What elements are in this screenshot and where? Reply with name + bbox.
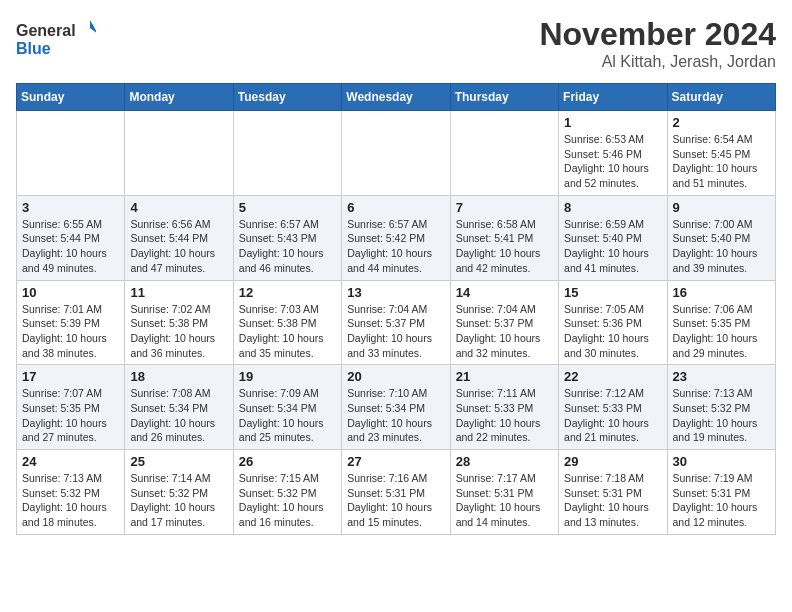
calendar-cell: 11Sunrise: 7:02 AM Sunset: 5:38 PM Dayli… xyxy=(125,280,233,365)
day-info: Sunrise: 7:17 AM Sunset: 5:31 PM Dayligh… xyxy=(456,471,553,530)
calendar-cell: 15Sunrise: 7:05 AM Sunset: 5:36 PM Dayli… xyxy=(559,280,667,365)
svg-marker-2 xyxy=(90,20,96,34)
calendar-cell: 9Sunrise: 7:00 AM Sunset: 5:40 PM Daylig… xyxy=(667,195,775,280)
day-info: Sunrise: 7:04 AM Sunset: 5:37 PM Dayligh… xyxy=(456,302,553,361)
day-info: Sunrise: 7:14 AM Sunset: 5:32 PM Dayligh… xyxy=(130,471,227,530)
day-number: 5 xyxy=(239,200,336,215)
header-tuesday: Tuesday xyxy=(233,84,341,111)
calendar-cell: 20Sunrise: 7:10 AM Sunset: 5:34 PM Dayli… xyxy=(342,365,450,450)
day-info: Sunrise: 7:10 AM Sunset: 5:34 PM Dayligh… xyxy=(347,386,444,445)
logo-svg: General Blue xyxy=(16,16,96,60)
calendar-cell: 6Sunrise: 6:57 AM Sunset: 5:42 PM Daylig… xyxy=(342,195,450,280)
day-number: 23 xyxy=(673,369,770,384)
page-header: General Blue November 2024 Al Kittah, Je… xyxy=(16,16,776,71)
day-number: 10 xyxy=(22,285,119,300)
day-info: Sunrise: 7:00 AM Sunset: 5:40 PM Dayligh… xyxy=(673,217,770,276)
day-number: 4 xyxy=(130,200,227,215)
calendar-header-row: SundayMondayTuesdayWednesdayThursdayFrid… xyxy=(17,84,776,111)
day-number: 14 xyxy=(456,285,553,300)
calendar-cell xyxy=(233,111,341,196)
calendar-cell: 13Sunrise: 7:04 AM Sunset: 5:37 PM Dayli… xyxy=(342,280,450,365)
month-title: November 2024 xyxy=(539,16,776,53)
day-info: Sunrise: 7:11 AM Sunset: 5:33 PM Dayligh… xyxy=(456,386,553,445)
day-info: Sunrise: 7:18 AM Sunset: 5:31 PM Dayligh… xyxy=(564,471,661,530)
day-number: 11 xyxy=(130,285,227,300)
calendar-cell: 14Sunrise: 7:04 AM Sunset: 5:37 PM Dayli… xyxy=(450,280,558,365)
day-info: Sunrise: 7:08 AM Sunset: 5:34 PM Dayligh… xyxy=(130,386,227,445)
header-monday: Monday xyxy=(125,84,233,111)
day-number: 1 xyxy=(564,115,661,130)
day-info: Sunrise: 6:55 AM Sunset: 5:44 PM Dayligh… xyxy=(22,217,119,276)
calendar-cell: 27Sunrise: 7:16 AM Sunset: 5:31 PM Dayli… xyxy=(342,450,450,535)
day-number: 25 xyxy=(130,454,227,469)
calendar-cell: 22Sunrise: 7:12 AM Sunset: 5:33 PM Dayli… xyxy=(559,365,667,450)
calendar-cell: 25Sunrise: 7:14 AM Sunset: 5:32 PM Dayli… xyxy=(125,450,233,535)
week-row-5: 24Sunrise: 7:13 AM Sunset: 5:32 PM Dayli… xyxy=(17,450,776,535)
calendar-cell: 17Sunrise: 7:07 AM Sunset: 5:35 PM Dayli… xyxy=(17,365,125,450)
day-number: 2 xyxy=(673,115,770,130)
week-row-1: 1Sunrise: 6:53 AM Sunset: 5:46 PM Daylig… xyxy=(17,111,776,196)
day-number: 20 xyxy=(347,369,444,384)
day-number: 30 xyxy=(673,454,770,469)
logo: General Blue xyxy=(16,16,96,60)
day-info: Sunrise: 7:04 AM Sunset: 5:37 PM Dayligh… xyxy=(347,302,444,361)
svg-text:General: General xyxy=(16,22,76,39)
header-sunday: Sunday xyxy=(17,84,125,111)
day-info: Sunrise: 6:58 AM Sunset: 5:41 PM Dayligh… xyxy=(456,217,553,276)
title-block: November 2024 Al Kittah, Jerash, Jordan xyxy=(539,16,776,71)
day-info: Sunrise: 7:19 AM Sunset: 5:31 PM Dayligh… xyxy=(673,471,770,530)
calendar-cell: 5Sunrise: 6:57 AM Sunset: 5:43 PM Daylig… xyxy=(233,195,341,280)
location: Al Kittah, Jerash, Jordan xyxy=(539,53,776,71)
day-number: 12 xyxy=(239,285,336,300)
week-row-2: 3Sunrise: 6:55 AM Sunset: 5:44 PM Daylig… xyxy=(17,195,776,280)
calendar-cell: 30Sunrise: 7:19 AM Sunset: 5:31 PM Dayli… xyxy=(667,450,775,535)
calendar-table: SundayMondayTuesdayWednesdayThursdayFrid… xyxy=(16,83,776,535)
day-info: Sunrise: 7:07 AM Sunset: 5:35 PM Dayligh… xyxy=(22,386,119,445)
day-number: 19 xyxy=(239,369,336,384)
day-number: 9 xyxy=(673,200,770,215)
calendar-cell: 23Sunrise: 7:13 AM Sunset: 5:32 PM Dayli… xyxy=(667,365,775,450)
day-number: 3 xyxy=(22,200,119,215)
calendar-cell: 7Sunrise: 6:58 AM Sunset: 5:41 PM Daylig… xyxy=(450,195,558,280)
week-row-4: 17Sunrise: 7:07 AM Sunset: 5:35 PM Dayli… xyxy=(17,365,776,450)
day-number: 24 xyxy=(22,454,119,469)
day-number: 8 xyxy=(564,200,661,215)
day-info: Sunrise: 7:12 AM Sunset: 5:33 PM Dayligh… xyxy=(564,386,661,445)
header-friday: Friday xyxy=(559,84,667,111)
day-number: 29 xyxy=(564,454,661,469)
header-wednesday: Wednesday xyxy=(342,84,450,111)
day-number: 15 xyxy=(564,285,661,300)
calendar-cell: 1Sunrise: 6:53 AM Sunset: 5:46 PM Daylig… xyxy=(559,111,667,196)
calendar-cell: 16Sunrise: 7:06 AM Sunset: 5:35 PM Dayli… xyxy=(667,280,775,365)
day-info: Sunrise: 7:02 AM Sunset: 5:38 PM Dayligh… xyxy=(130,302,227,361)
calendar-cell: 2Sunrise: 6:54 AM Sunset: 5:45 PM Daylig… xyxy=(667,111,775,196)
day-info: Sunrise: 6:57 AM Sunset: 5:43 PM Dayligh… xyxy=(239,217,336,276)
day-number: 18 xyxy=(130,369,227,384)
day-info: Sunrise: 7:15 AM Sunset: 5:32 PM Dayligh… xyxy=(239,471,336,530)
day-number: 21 xyxy=(456,369,553,384)
day-info: Sunrise: 6:54 AM Sunset: 5:45 PM Dayligh… xyxy=(673,132,770,191)
calendar-cell: 24Sunrise: 7:13 AM Sunset: 5:32 PM Dayli… xyxy=(17,450,125,535)
header-thursday: Thursday xyxy=(450,84,558,111)
day-number: 22 xyxy=(564,369,661,384)
calendar-cell: 26Sunrise: 7:15 AM Sunset: 5:32 PM Dayli… xyxy=(233,450,341,535)
day-info: Sunrise: 7:13 AM Sunset: 5:32 PM Dayligh… xyxy=(22,471,119,530)
header-saturday: Saturday xyxy=(667,84,775,111)
calendar-cell: 10Sunrise: 7:01 AM Sunset: 5:39 PM Dayli… xyxy=(17,280,125,365)
calendar-cell: 3Sunrise: 6:55 AM Sunset: 5:44 PM Daylig… xyxy=(17,195,125,280)
day-info: Sunrise: 6:57 AM Sunset: 5:42 PM Dayligh… xyxy=(347,217,444,276)
day-info: Sunrise: 6:53 AM Sunset: 5:46 PM Dayligh… xyxy=(564,132,661,191)
calendar-cell: 12Sunrise: 7:03 AM Sunset: 5:38 PM Dayli… xyxy=(233,280,341,365)
day-number: 16 xyxy=(673,285,770,300)
calendar-cell: 29Sunrise: 7:18 AM Sunset: 5:31 PM Dayli… xyxy=(559,450,667,535)
week-row-3: 10Sunrise: 7:01 AM Sunset: 5:39 PM Dayli… xyxy=(17,280,776,365)
day-number: 26 xyxy=(239,454,336,469)
day-info: Sunrise: 7:01 AM Sunset: 5:39 PM Dayligh… xyxy=(22,302,119,361)
day-info: Sunrise: 7:09 AM Sunset: 5:34 PM Dayligh… xyxy=(239,386,336,445)
calendar-cell: 8Sunrise: 6:59 AM Sunset: 5:40 PM Daylig… xyxy=(559,195,667,280)
day-number: 7 xyxy=(456,200,553,215)
day-info: Sunrise: 7:06 AM Sunset: 5:35 PM Dayligh… xyxy=(673,302,770,361)
calendar-cell: 19Sunrise: 7:09 AM Sunset: 5:34 PM Dayli… xyxy=(233,365,341,450)
day-info: Sunrise: 7:16 AM Sunset: 5:31 PM Dayligh… xyxy=(347,471,444,530)
day-info: Sunrise: 7:13 AM Sunset: 5:32 PM Dayligh… xyxy=(673,386,770,445)
